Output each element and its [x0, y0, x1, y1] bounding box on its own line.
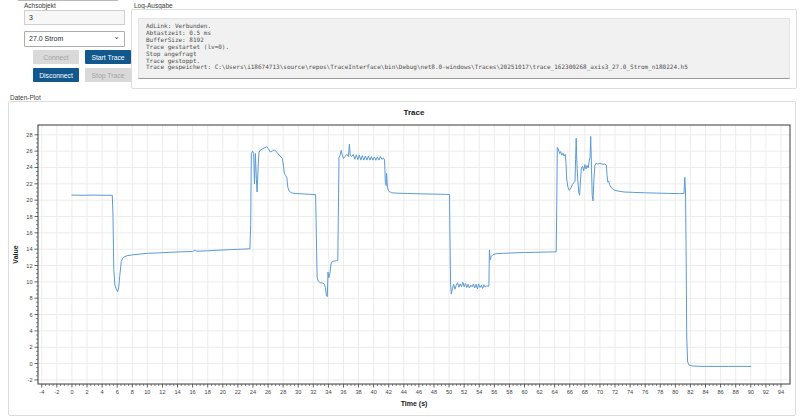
svg-text:66: 66 — [567, 389, 573, 395]
svg-text:36: 36 — [340, 389, 346, 395]
log-line: Abtastzeit: 0.5 ms — [146, 30, 789, 37]
disconnect-button[interactable]: Disconnect — [33, 68, 79, 82]
svg-text:86: 86 — [717, 389, 723, 395]
svg-text:28: 28 — [26, 132, 32, 138]
log-output-group-box: AdLink: Verbunden. Abtastzeit: 0.5 ms Bu… — [131, 9, 797, 89]
svg-text:0: 0 — [29, 361, 32, 367]
trace-series-line — [72, 136, 751, 366]
svg-text:8: 8 — [131, 389, 134, 395]
trace-line-chart: -4-2024681012141618202224262830323436384… — [9, 102, 793, 413]
svg-text:12: 12 — [26, 263, 32, 269]
log-output-group-label: Log-Ausgabe — [134, 2, 173, 9]
svg-text:82: 82 — [687, 389, 693, 395]
log-line: Trace gestartet (lv=0). — [146, 44, 789, 51]
svg-text:68: 68 — [582, 389, 588, 395]
svg-text:50: 50 — [446, 389, 452, 395]
axis-index-value: 3 — [29, 14, 33, 21]
svg-text:76: 76 — [642, 389, 648, 395]
svg-text:18: 18 — [26, 214, 32, 220]
svg-text:10: 10 — [26, 279, 32, 285]
svg-text:16: 16 — [190, 389, 196, 395]
svg-text:18: 18 — [205, 389, 211, 395]
svg-text:72: 72 — [612, 389, 618, 395]
svg-text:0: 0 — [70, 389, 73, 395]
svg-text:20: 20 — [220, 389, 226, 395]
stop-trace-button: Stop Trace — [85, 68, 131, 82]
svg-text:24: 24 — [26, 164, 32, 170]
svg-text:10: 10 — [144, 389, 150, 395]
svg-text:58: 58 — [506, 389, 512, 395]
svg-text:70: 70 — [597, 389, 603, 395]
svg-text:74: 74 — [627, 389, 633, 395]
svg-text:90: 90 — [748, 389, 754, 395]
svg-text:4: 4 — [101, 389, 104, 395]
log-line: BufferSize: 8192 — [146, 37, 789, 44]
data-plot-group-box: -4-2024681012141618202224262830323436384… — [8, 101, 796, 416]
svg-text:14: 14 — [174, 389, 180, 395]
svg-text:52: 52 — [461, 389, 467, 395]
svg-text:8: 8 — [29, 295, 32, 301]
svg-text:62: 62 — [536, 389, 542, 395]
svg-text:84: 84 — [702, 389, 708, 395]
svg-text:12: 12 — [159, 389, 165, 395]
svg-text:16: 16 — [26, 230, 32, 236]
grid-lines — [38, 125, 790, 384]
svg-text:20: 20 — [26, 197, 32, 203]
svg-text:-2: -2 — [54, 389, 59, 395]
svg-text:-4: -4 — [39, 389, 44, 395]
svg-text:38: 38 — [355, 389, 361, 395]
svg-text:40: 40 — [371, 389, 377, 395]
axis-object-selected-value: 27.0 Strom — [29, 32, 63, 46]
svg-text:26: 26 — [265, 389, 271, 395]
svg-text:14: 14 — [26, 246, 32, 252]
svg-text:54: 54 — [476, 389, 482, 395]
svg-text:94: 94 — [778, 389, 784, 395]
svg-text:88: 88 — [733, 389, 739, 395]
svg-text:4: 4 — [29, 328, 32, 334]
start-trace-button[interactable]: Start Trace — [85, 50, 131, 64]
x-axis-label: Time (s) — [401, 400, 428, 408]
svg-text:32: 32 — [310, 389, 316, 395]
data-plot-group-label: Daten-Plot — [10, 94, 41, 101]
svg-text:48: 48 — [431, 389, 437, 395]
svg-text:92: 92 — [763, 389, 769, 395]
log-output-textbox[interactable]: AdLink: Verbunden. Abtastzeit: 0.5 ms Bu… — [138, 18, 790, 79]
y-axis-label: Value — [12, 245, 19, 263]
svg-text:28: 28 — [280, 389, 286, 395]
axis-object-label: Achsobjekt — [24, 2, 56, 9]
svg-text:2: 2 — [85, 389, 88, 395]
chevron-down-icon: ⌄ — [113, 33, 120, 41]
svg-text:80: 80 — [672, 389, 678, 395]
top-edge-line — [18, 0, 118, 1]
svg-text:26: 26 — [26, 148, 32, 154]
svg-text:78: 78 — [657, 389, 663, 395]
axis-object-dropdown[interactable]: 27.0 Strom ⌄ — [24, 31, 125, 47]
svg-text:30: 30 — [295, 389, 301, 395]
svg-text:-2: -2 — [28, 377, 33, 383]
svg-text:34: 34 — [325, 389, 331, 395]
plot-border — [38, 125, 790, 384]
log-line: Stop angefragt — [146, 51, 789, 58]
axis-index-input[interactable]: 3 — [24, 10, 125, 25]
svg-text:6: 6 — [29, 312, 32, 318]
chart-title: Trace — [404, 108, 425, 117]
log-line: AdLink: Verbunden. — [146, 23, 789, 30]
svg-text:22: 22 — [235, 389, 241, 395]
svg-text:56: 56 — [491, 389, 497, 395]
svg-text:22: 22 — [26, 181, 32, 187]
svg-text:64: 64 — [552, 389, 558, 395]
log-line: Trace gespeichert: C:\Users\i18674713\so… — [146, 64, 789, 71]
svg-text:24: 24 — [250, 389, 256, 395]
svg-text:60: 60 — [521, 389, 527, 395]
svg-text:2: 2 — [29, 344, 32, 350]
svg-text:44: 44 — [401, 389, 407, 395]
connect-button: Connect — [33, 50, 79, 64]
svg-text:6: 6 — [116, 389, 119, 395]
svg-text:46: 46 — [416, 389, 422, 395]
svg-text:42: 42 — [386, 389, 392, 395]
